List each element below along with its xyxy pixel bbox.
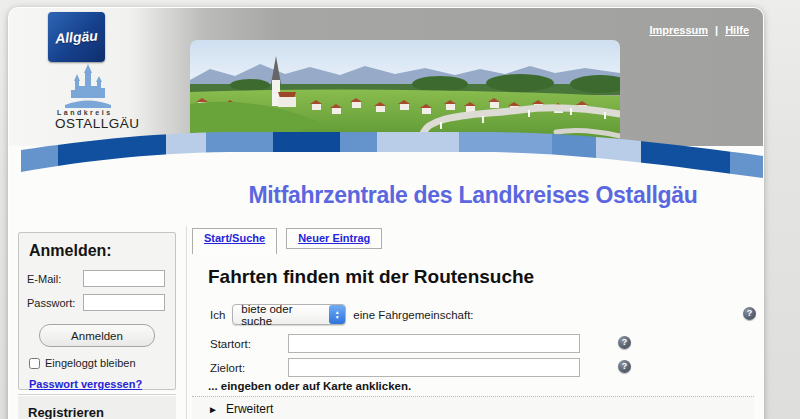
mode-select-value: biete oder suche bbox=[233, 303, 329, 327]
help-icon-mode[interactable]: ? bbox=[743, 307, 756, 320]
mode-row: Ich biete oder suche ▲▼ eine Fahrgemeins… bbox=[210, 304, 474, 325]
password-label: Passwort: bbox=[27, 297, 83, 309]
startort-input[interactable] bbox=[288, 334, 580, 353]
tab-bar: Start/Suche Neuer Eintrag bbox=[192, 228, 391, 254]
email-field[interactable] bbox=[83, 270, 165, 287]
password-field[interactable] bbox=[83, 294, 165, 311]
tab-neuer-eintrag-label[interactable]: Neuer Eintrag bbox=[298, 232, 370, 244]
main-card: Allgäu Landkreis OSTALLGÄU Im bbox=[9, 8, 763, 419]
allgaeu-logo: Allgäu bbox=[48, 12, 105, 62]
fahrgemeinschaft-label: eine Fahrgemeinschaft: bbox=[353, 309, 473, 321]
tab-start-suche-label[interactable]: Start/Suche bbox=[204, 232, 265, 244]
mode-select[interactable]: biete oder suche ▲▼ bbox=[232, 304, 346, 325]
header-links: Impressum|Hilfe bbox=[649, 24, 749, 36]
castle-icon bbox=[65, 64, 111, 108]
forgot-password-link[interactable]: Passwort vergessen? bbox=[29, 378, 142, 390]
landkreis-logo: Landkreis OSTALLGÄU bbox=[55, 64, 151, 131]
landkreis-label: Landkreis bbox=[57, 109, 151, 116]
select-stepper-icon: ▲▼ bbox=[329, 305, 345, 324]
register-section: Registrieren bbox=[18, 394, 176, 419]
header-band: Allgäu Landkreis OSTALLGÄU Im bbox=[9, 8, 763, 146]
login-panel: Anmelden: E-Mail: Passwort: Anmelden Ein… bbox=[18, 232, 176, 390]
content-heading: Fahrten finden mit der Routensuche bbox=[208, 266, 534, 288]
ich-label: Ich bbox=[210, 309, 225, 321]
startort-label: Startort: bbox=[210, 338, 288, 350]
tab-neuer-eintrag[interactable]: Neuer Eintrag bbox=[286, 228, 382, 249]
help-icon-zielort[interactable]: ? bbox=[618, 360, 631, 373]
zielort-row: Zielort: bbox=[210, 358, 580, 377]
hilfe-link[interactable]: Hilfe bbox=[725, 24, 749, 36]
zielort-input[interactable] bbox=[288, 358, 580, 377]
login-title: Anmelden: bbox=[29, 242, 167, 260]
tab-start-suche[interactable]: Start/Suche bbox=[192, 228, 277, 254]
login-button[interactable]: Anmelden bbox=[39, 324, 155, 347]
stay-logged-in-label: Eingeloggt bleiben bbox=[45, 357, 136, 369]
register-section-title[interactable]: Registrieren bbox=[28, 405, 176, 419]
map-hint: ... eingeben oder auf Karte anklicken. bbox=[208, 380, 411, 392]
erweitert-label: Erweitert bbox=[226, 402, 273, 416]
expand-arrow-icon: ► bbox=[208, 404, 218, 415]
link-separator: | bbox=[715, 24, 718, 36]
page-title: Mitfahrzentrale des Landkreises Ostallgä… bbox=[192, 182, 754, 209]
zielort-label: Zielort: bbox=[210, 362, 288, 374]
impressum-link[interactable]: Impressum bbox=[649, 24, 708, 36]
erweitert-toggle[interactable]: ► Erweitert bbox=[192, 396, 754, 419]
email-label: E-Mail: bbox=[27, 273, 83, 285]
allgaeu-logo-text: Allgäu bbox=[55, 28, 99, 47]
stay-logged-in-checkbox[interactable] bbox=[29, 358, 40, 369]
help-icon-startort[interactable]: ? bbox=[618, 336, 631, 349]
content-separator bbox=[186, 226, 187, 419]
startort-row: Startort: bbox=[210, 334, 580, 353]
page: Allgäu Landkreis OSTALLGÄU Im bbox=[0, 0, 800, 419]
ribbon-decoration bbox=[9, 126, 763, 188]
